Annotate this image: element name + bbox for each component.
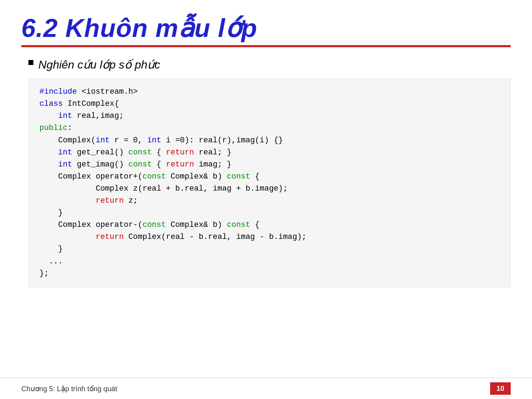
keyword-return-1: return bbox=[166, 148, 194, 157]
keyword-include: #include bbox=[39, 87, 77, 96]
keyword-return-4: return bbox=[95, 233, 124, 241]
bullet-section: Nghiên cứu lớp số phức bbox=[21, 58, 511, 71]
footer: Chương 5: Lập trình tổng quát 10 bbox=[0, 378, 532, 399]
keyword-class: class bbox=[39, 99, 63, 108]
keyword-int-3: int bbox=[147, 136, 161, 145]
keyword-int-4: int bbox=[58, 148, 72, 157]
title-section: 6.2 Khuôn mẫu lớp bbox=[21, 14, 511, 47]
keyword-public: public bbox=[39, 124, 67, 132]
keyword-const-2: const bbox=[128, 160, 152, 169]
keyword-int-2: int bbox=[95, 136, 110, 145]
bullet-text: Nghiên cứu lớp số phức bbox=[38, 58, 160, 71]
keyword-return-2: return bbox=[166, 160, 194, 169]
slide-title: 6.2 Khuôn mẫu lớp bbox=[21, 14, 511, 42]
keyword-const-6: const bbox=[227, 220, 250, 229]
footer-left-text: Chương 5: Lập trình tổng quát bbox=[21, 384, 117, 393]
keyword-int-5: int bbox=[58, 160, 72, 169]
code-block: #include <iostream.h> class IntComplex{ … bbox=[28, 78, 511, 287]
keyword-const-4: const bbox=[227, 172, 250, 181]
title-underline bbox=[21, 45, 511, 47]
keyword-return-3: return bbox=[95, 196, 124, 205]
footer-page-number: 10 bbox=[490, 382, 511, 395]
keyword-const-5: const bbox=[142, 220, 166, 229]
keyword-int-1: int bbox=[58, 111, 72, 120]
keyword-const-1: const bbox=[128, 148, 152, 157]
slide-container: 6.2 Khuôn mẫu lớp Nghiên cứu lớp số phức… bbox=[0, 0, 532, 399]
keyword-const-3: const bbox=[142, 172, 166, 181]
bullet-square-icon bbox=[28, 60, 33, 65]
